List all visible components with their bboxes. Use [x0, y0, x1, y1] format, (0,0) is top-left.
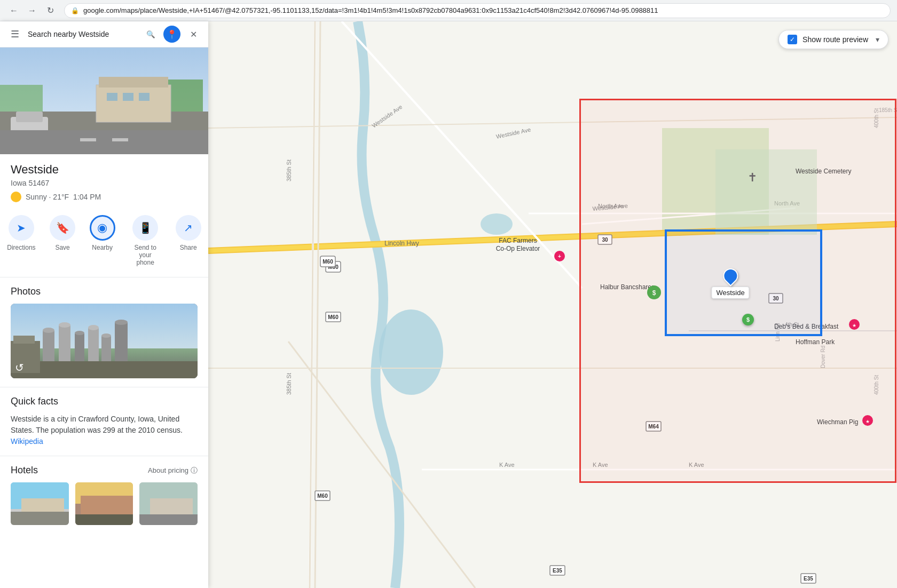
nav-buttons: ← → ↻ — [6, 3, 58, 18]
back-button[interactable]: ← — [6, 3, 21, 18]
hotel-img-3 — [139, 482, 198, 525]
svg-text:Lincoln Hwy: Lincoln Hwy — [384, 240, 419, 247]
svg-text:Wiechman Pig: Wiechman Pig — [817, 418, 858, 426]
nearby-button[interactable]: ◉ Nearby — [85, 213, 120, 268]
share-icon-circle: ↗ — [176, 215, 201, 241]
lock-icon: 🔒 — [71, 7, 79, 14]
street-view-image[interactable] — [0, 47, 208, 154]
search-icon: 🔍 — [146, 30, 155, 38]
map-svg: M60 M60 30 30 E35 M64 M60 — [208, 21, 897, 588]
svg-text:30: 30 — [602, 237, 608, 243]
svg-text:Westside Cemetery: Westside Cemetery — [796, 168, 851, 175]
send-phone-icon: 📱 — [139, 221, 152, 234]
hotel-img-1 — [11, 482, 69, 525]
time-text: 1:04 PM — [73, 193, 101, 201]
svg-rect-8 — [139, 93, 150, 101]
search-input[interactable] — [28, 30, 138, 38]
svg-rect-97 — [715, 149, 817, 235]
close-search-button[interactable]: ✕ — [185, 26, 202, 43]
svg-text:M64: M64 — [648, 424, 659, 430]
quick-facts-section: Quick facts Westside is a city in Crawfo… — [0, 387, 208, 456]
hamburger-icon: ☰ — [11, 28, 19, 40]
url-text: google.com/maps/place/Westside,+IA+51467… — [83, 6, 658, 14]
nearby-circle-icon: ◉ — [97, 221, 107, 235]
svg-rect-29 — [13, 336, 35, 344]
westside-location-pin: Westside — [711, 268, 749, 299]
directions-arrow-icon: ➤ — [17, 221, 26, 234]
route-preview-checkbox: ✓ — [788, 35, 797, 44]
forward-button[interactable]: → — [25, 3, 40, 18]
nearby-label: Nearby — [92, 244, 113, 251]
svg-point-22 — [88, 325, 99, 330]
search-button[interactable]: 🔍 — [142, 26, 159, 43]
route-preview-label: Show route preview — [802, 35, 868, 44]
svg-text:Halbur Bancshares: Halbur Bancshares — [600, 283, 655, 291]
svg-rect-38 — [139, 514, 198, 525]
westside-state-bank-marker: $ — [742, 314, 754, 325]
hotel-card-3[interactable] — [139, 482, 198, 525]
svg-rect-12 — [80, 138, 96, 141]
photos-title: Photos — [11, 286, 198, 297]
hamburger-button[interactable]: ☰ — [6, 26, 23, 43]
svg-text:M60: M60 — [328, 314, 339, 320]
svg-text:★: ★ — [852, 323, 856, 328]
svg-point-18 — [59, 322, 70, 328]
share-arrow-icon: ↗ — [184, 221, 193, 234]
hotel-img-2 — [75, 482, 133, 525]
browser-chrome: ← → ↻ 🔒 google.com/maps/place/Westside,+… — [0, 0, 897, 21]
directions-button[interactable]: ➤ Directions — [3, 213, 40, 268]
svg-text:K Ave: K Ave — [593, 462, 608, 468]
route-preview-button[interactable]: ✓ Show route preview ▾ — [778, 30, 888, 49]
hotels-title: Hotels — [11, 465, 38, 476]
directions-label: Directions — [7, 244, 35, 251]
svg-rect-7 — [123, 93, 133, 101]
hotel-cards — [11, 482, 198, 525]
svg-text:385th St: 385th St — [286, 160, 292, 181]
svg-text:K Ave: K Ave — [689, 462, 704, 468]
sidebar[interactable]: ☰ 🔍 📍 ✕ — [0, 21, 208, 588]
place-info: Westside Iowa 51467 Sunny · 21°F 1:04 PM — [0, 154, 208, 209]
location-pin-button[interactable]: 📍 — [163, 26, 180, 43]
svg-rect-2 — [0, 85, 43, 112]
send-to-phone-button[interactable]: 📱 Send to your phone — [125, 213, 166, 268]
hotels-section: Hotels About pricing ⓘ — [0, 456, 208, 529]
svg-point-41 — [379, 309, 443, 395]
svg-text:✝: ✝ — [748, 171, 757, 184]
save-icon-circle: 🔖 — [50, 215, 75, 241]
svg-text:M60: M60 — [317, 493, 328, 499]
weather-row: Sunny · 21°F 1:04 PM — [11, 192, 198, 202]
svg-rect-13 — [112, 138, 128, 141]
svg-point-24 — [101, 333, 111, 338]
chevron-down-icon: ▾ — [876, 35, 879, 44]
svg-rect-32 — [11, 512, 69, 525]
save-button[interactable]: 🔖 Save — [45, 213, 80, 268]
svg-rect-5 — [99, 77, 168, 88]
map-canvas: M60 M60 30 30 E35 M64 M60 — [208, 21, 897, 588]
svg-rect-35 — [75, 514, 133, 525]
share-label: Share — [180, 244, 197, 251]
svg-text:30: 30 — [773, 296, 779, 301]
location-pin-icon: 📍 — [167, 29, 177, 39]
svg-text:Hoffman Park: Hoffman Park — [796, 338, 835, 346]
hotel-card-1[interactable] — [11, 482, 69, 525]
about-pricing[interactable]: About pricing ⓘ — [148, 466, 198, 475]
sun-icon — [11, 192, 21, 202]
wikipedia-link[interactable]: Wikipedia — [11, 437, 43, 446]
reload-button[interactable]: ↻ — [43, 3, 58, 18]
address-bar[interactable]: 🔒 google.com/maps/place/Westside,+IA+514… — [64, 3, 891, 18]
svg-text:185th St: 185th St — [879, 107, 897, 113]
hotel-card-2[interactable] — [75, 482, 133, 525]
close-icon: ✕ — [190, 29, 197, 39]
directions-icon-circle: ➤ — [9, 215, 34, 241]
send-to-phone-label: Send to your phone — [129, 244, 161, 266]
share-button[interactable]: ↗ Share — [171, 213, 206, 268]
nearby-icon-circle: ◉ — [90, 215, 115, 241]
svg-point-42 — [481, 213, 513, 235]
svg-text:North Ave: North Ave — [598, 203, 624, 209]
svg-point-26 — [115, 320, 128, 325]
svg-text:E35: E35 — [553, 568, 562, 574]
street-view-svg — [0, 47, 208, 154]
map-area[interactable]: M60 M60 30 30 E35 M64 M60 — [208, 21, 897, 588]
svg-point-16 — [43, 328, 54, 333]
photo-card[interactable]: ↺ — [11, 304, 198, 378]
